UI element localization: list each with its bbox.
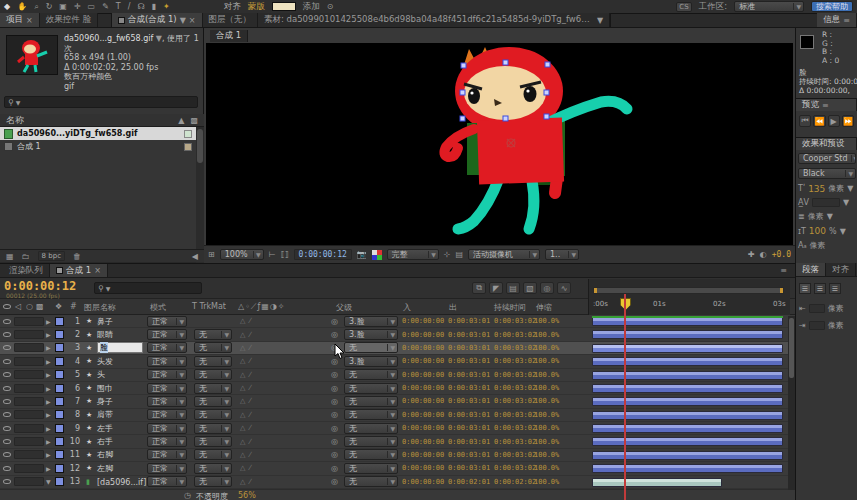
vertical-scale-value[interactable]: 100 bbox=[809, 226, 826, 236]
align-left-button[interactable]: ☰ bbox=[799, 283, 811, 294]
puppet-pin-tool-icon[interactable]: ✦ bbox=[163, 2, 170, 11]
font-size-value[interactable]: 135 bbox=[808, 184, 825, 194]
out-value[interactable]: 0:00:03:01 bbox=[448, 438, 490, 446]
parent-pickwhip-icon[interactable]: ◎ bbox=[331, 410, 338, 419]
comp-color-chip[interactable] bbox=[184, 143, 192, 151]
twirl-icon[interactable]: ▶ bbox=[46, 371, 51, 378]
duration-column[interactable]: 持续时间 bbox=[494, 302, 526, 313]
stretch-value[interactable]: 100.0% bbox=[534, 451, 559, 459]
twirl-icon[interactable]: ▶ bbox=[46, 318, 51, 325]
stretch-value[interactable]: 100.0% bbox=[534, 424, 559, 432]
visibility-toggle[interactable] bbox=[3, 332, 11, 337]
label-color-chip[interactable] bbox=[55, 464, 64, 473]
sort-icon[interactable]: ▲ bbox=[178, 116, 184, 125]
layer-duration-bar[interactable] bbox=[592, 330, 783, 339]
snapshot-icon[interactable]: 📷 bbox=[357, 250, 367, 259]
visibility-toggle[interactable] bbox=[3, 439, 11, 444]
layer-duration-bar[interactable] bbox=[592, 371, 783, 380]
trkmat-select[interactable]: 无▼ bbox=[194, 342, 232, 353]
search-help-box[interactable]: 搜索帮助 bbox=[811, 1, 853, 12]
parent-pickwhip-icon[interactable]: ◎ bbox=[331, 397, 338, 406]
layer-row[interactable]: ▼ 13 ▮ [da5096...if] 正常▼ 无▼ △⁄ ◎ 无▼ 0:00… bbox=[0, 476, 795, 489]
project-item-footage[interactable]: da50960...yiDTg_fw658.gif bbox=[0, 127, 196, 140]
brush-tool-icon[interactable]: / bbox=[128, 2, 131, 11]
tab-effects-presets[interactable]: 效果和预设 bbox=[796, 137, 857, 150]
visibility-toggle[interactable] bbox=[3, 466, 11, 471]
comp-viewer-tab[interactable]: 合成 1 bbox=[210, 30, 248, 42]
parent-select[interactable]: 无▼ bbox=[344, 436, 398, 447]
parent-pickwhip-icon[interactable]: ◎ bbox=[331, 424, 338, 433]
layer-duration-bar[interactable] bbox=[592, 397, 783, 406]
fill-color-swatch[interactable] bbox=[272, 2, 296, 11]
mode-select[interactable]: 正常▼ bbox=[147, 356, 187, 367]
label-color-chip[interactable] bbox=[55, 477, 64, 486]
stretch-column[interactable]: 伸缩 bbox=[536, 302, 552, 313]
layer-name[interactable]: 左脚 bbox=[97, 464, 113, 473]
parent-pickwhip-icon[interactable]: ◎ bbox=[331, 370, 338, 379]
mode-select[interactable]: 正常▼ bbox=[147, 316, 187, 327]
stretch-value[interactable]: 100.0% bbox=[534, 411, 559, 419]
out-value[interactable]: 0:00:03:01 bbox=[448, 424, 490, 432]
layer-row[interactable]: ▶ 2 ★ 眼睛 正常▼ 无▼ △⁄ ◎ 3.脸▼ 0:00:00:00 0:0… bbox=[0, 328, 795, 341]
parent-pickwhip-icon[interactable]: ◎ bbox=[331, 450, 338, 459]
stretch-value[interactable]: 100.0% bbox=[534, 397, 559, 405]
show-channels-icon[interactable] bbox=[372, 250, 382, 260]
visibility-toggle[interactable] bbox=[3, 479, 11, 484]
out-value[interactable]: 0:00:03:01 bbox=[448, 397, 490, 405]
switch-cells[interactable] bbox=[14, 330, 44, 339]
layer-row[interactable]: ▶ 7 ★ 身子 正常▼ 无▼ △⁄ ◎ 无▼ 0:00:00:00 0:00:… bbox=[0, 395, 795, 408]
parent-select[interactable]: 无▼ bbox=[344, 423, 398, 434]
pen-tool-icon[interactable]: ✎ bbox=[102, 2, 109, 11]
switch-cells[interactable] bbox=[14, 343, 44, 352]
in-value[interactable]: 0:00:00:00 bbox=[402, 464, 444, 472]
layer-row[interactable]: ▶ 12 ★ 左脚 正常▼ 无▼ △⁄ ◎ 无▼ 0:00:00:00 0:00… bbox=[0, 462, 795, 475]
label-color-chip[interactable] bbox=[55, 410, 64, 419]
switch-cells[interactable] bbox=[14, 397, 44, 406]
rotate-tool-icon[interactable]: ↻ bbox=[46, 2, 53, 11]
out-value[interactable]: 0:00:03:01 bbox=[448, 331, 490, 339]
row-switches[interactable]: △⁄ bbox=[240, 397, 255, 405]
label-color-chip[interactable] bbox=[55, 437, 64, 446]
layer-duration-bar[interactable] bbox=[592, 451, 783, 460]
exposure-value[interactable]: +0.0 bbox=[772, 250, 791, 259]
camera-select[interactable]: 活动摄像机▼ bbox=[468, 249, 540, 260]
draft-3d-icon[interactable]: ◤ bbox=[489, 282, 503, 294]
in-value[interactable]: 0:00:00:00 bbox=[402, 451, 444, 459]
layer-name[interactable]: 右手 bbox=[97, 437, 113, 446]
row-switches[interactable]: △⁄ bbox=[240, 317, 255, 325]
first-frame-button[interactable]: ⏮ bbox=[799, 115, 811, 127]
footage-name[interactable]: da50960...g_fw658.gif bbox=[64, 34, 153, 43]
mini-flowchart-icon[interactable]: ⧉ bbox=[472, 282, 486, 294]
rectangle-tool-icon[interactable]: ▭ bbox=[88, 2, 96, 11]
motion-blur-icon[interactable]: ◎ bbox=[540, 282, 554, 294]
shy-icon[interactable]: ▤ bbox=[506, 282, 520, 294]
stretch-value[interactable]: 100.0% bbox=[534, 331, 559, 339]
duration-value[interactable]: 0:00:03:02 bbox=[494, 411, 536, 419]
switch-cells[interactable] bbox=[14, 384, 44, 393]
pan-behind-tool-icon[interactable]: ✛ bbox=[74, 2, 81, 11]
row-switches[interactable]: △⁄ bbox=[240, 424, 255, 432]
layer-name-edit[interactable]: 脸 bbox=[97, 342, 143, 353]
duration-value[interactable]: 0:00:03:02 bbox=[494, 397, 536, 405]
tab-align[interactable]: 对齐 bbox=[826, 263, 856, 276]
trkmat-select[interactable]: 无▼ bbox=[194, 369, 232, 380]
in-value[interactable]: 0:00:00:00 bbox=[402, 411, 444, 419]
flowchart-icon[interactable]: ⊞ bbox=[208, 250, 215, 259]
twirl-icon[interactable]: ▶ bbox=[46, 465, 51, 472]
row-switches[interactable]: △⁄ bbox=[240, 371, 255, 379]
duration-value[interactable]: 0:00:03:02 bbox=[494, 357, 536, 365]
in-value[interactable]: 0:00:00:00 bbox=[402, 424, 444, 432]
tab-effect-controls[interactable]: 效果控件 脸 bbox=[40, 13, 98, 27]
stretch-value[interactable]: 100.0% bbox=[534, 464, 559, 472]
layer-row[interactable]: ▶ 4 ★ 头发 正常▼ 无▼ △⁄ ◎ 3.脸▼ 0:00:00:00 0:0… bbox=[0, 355, 795, 368]
duration-value[interactable]: 0:00:03:02 bbox=[494, 344, 536, 352]
label-color-chip[interactable] bbox=[55, 384, 64, 393]
switch-cells[interactable] bbox=[14, 477, 44, 486]
in-value[interactable]: 0:00:00:00 bbox=[402, 384, 444, 392]
parent-select[interactable]: 无▼ bbox=[344, 463, 398, 474]
label-color-chip[interactable] bbox=[55, 424, 64, 433]
twirl-icon[interactable]: ▶ bbox=[46, 331, 51, 338]
mode-select[interactable]: 正常▼ bbox=[147, 329, 187, 340]
stretch-value[interactable]: 100.0% bbox=[534, 384, 559, 392]
delete-icon[interactable]: 🗑 bbox=[73, 252, 81, 261]
